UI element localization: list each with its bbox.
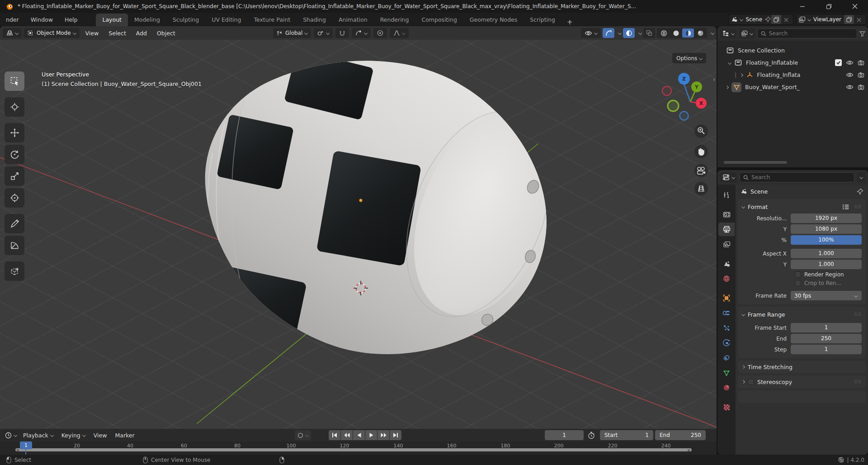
gizmo-z-neg-axis[interactable] <box>680 112 689 120</box>
xray-toggle[interactable] <box>643 28 655 38</box>
tab-layout[interactable]: Layout <box>96 14 128 26</box>
snap-toggle[interactable] <box>335 28 349 38</box>
shading-wireframe-button[interactable] <box>658 28 670 38</box>
tab-scripting[interactable]: Scripting <box>524 14 561 26</box>
time-stretching-panel[interactable]: Time Stretching <box>738 361 866 373</box>
buoy-object[interactable] <box>205 49 586 354</box>
tab-object[interactable] <box>718 291 735 305</box>
stereoscopy-checkbox[interactable] <box>748 379 754 385</box>
tool-rotate[interactable] <box>5 145 24 164</box>
sidebar-collapse-arrow[interactable]: ‹ <box>713 76 715 83</box>
gizmo-x-neg-axis[interactable] <box>662 86 671 95</box>
tab-tool[interactable] <box>718 188 735 202</box>
navigation-gizmo[interactable]: Z Y X <box>662 73 707 120</box>
render-camera-icon[interactable] <box>858 84 864 90</box>
current-frame-field[interactable]: 1 <box>545 430 584 440</box>
menu-help[interactable]: Help <box>59 16 84 23</box>
tab-material[interactable] <box>718 381 735 394</box>
resolution-x-field[interactable]: 1920 px <box>791 214 862 223</box>
object-menu[interactable]: Object <box>153 30 179 37</box>
pin-icon[interactable] <box>857 188 863 195</box>
select-menu[interactable]: Select <box>104 30 130 37</box>
jump-to-end-button[interactable] <box>390 430 401 440</box>
keying-menu[interactable]: Keying <box>57 432 90 439</box>
filter-funnel-icon[interactable] <box>859 31 865 37</box>
stopwatch-icon[interactable] <box>588 432 595 439</box>
proportional-edit-toggle[interactable] <box>373 28 387 38</box>
tab-modeling[interactable]: Modeling <box>128 14 166 26</box>
resolution-y-field[interactable]: 1080 px <box>791 224 862 234</box>
properties-search-input[interactable] <box>751 174 851 180</box>
tool-scale[interactable] <box>5 166 24 186</box>
tool-move[interactable] <box>5 123 24 142</box>
add-menu[interactable]: Add <box>132 30 151 37</box>
snap-target-selector[interactable] <box>352 28 371 38</box>
tab-world[interactable] <box>718 272 735 285</box>
properties-display-button[interactable] <box>720 172 737 182</box>
render-camera-icon[interactable] <box>858 60 864 66</box>
menu-render[interactable]: nder <box>0 16 25 23</box>
tab-geometry-nodes[interactable]: Geometry Nodes <box>463 14 524 26</box>
end-frame-field[interactable]: End250 <box>655 430 706 440</box>
playhead[interactable]: 1 <box>20 441 32 449</box>
pivot-point-selector[interactable] <box>314 28 333 38</box>
orthographic-view-button[interactable] <box>694 182 708 195</box>
format-title[interactable]: Format <box>748 204 768 210</box>
render-region-checkbox[interactable] <box>795 271 801 278</box>
shading-rendered-button[interactable] <box>694 28 706 38</box>
remove-viewlayer-button[interactable]: × <box>854 15 864 24</box>
next-keyframe-button[interactable] <box>377 430 389 440</box>
start-frame-field[interactable]: Start1 <box>600 430 653 440</box>
timeline-editor-type-button[interactable] <box>3 430 19 440</box>
render-camera-icon[interactable] <box>858 72 864 78</box>
minimize-button[interactable] <box>789 0 816 13</box>
timeline-view-menu[interactable]: View <box>90 432 111 439</box>
jump-to-start-button[interactable] <box>329 430 340 440</box>
breadcrumb-label[interactable]: Scene <box>750 188 768 195</box>
tab-view-layer[interactable] <box>718 237 735 251</box>
frame-end-field[interactable]: 250 <box>791 334 862 343</box>
row-scene-collection[interactable]: Scene Collection <box>717 44 868 57</box>
zoom-view-button[interactable] <box>694 124 708 138</box>
frame-rate-dropdown[interactable]: 30 fps <box>791 291 862 300</box>
tab-texture[interactable] <box>718 400 735 414</box>
menu-window[interactable]: Window <box>25 16 59 23</box>
new-scene-button[interactable] <box>771 15 781 24</box>
shading-material-preview-button[interactable] <box>682 28 694 38</box>
frame-range-collapse-chevron[interactable] <box>741 313 745 316</box>
frame-step-field[interactable]: 1 <box>791 345 862 354</box>
add-workspace-button[interactable]: + <box>561 18 578 26</box>
previous-keyframe-button[interactable] <box>341 430 353 440</box>
tab-object-data[interactable] <box>718 366 735 380</box>
crop-to-render-region-checkbox[interactable] <box>795 280 801 286</box>
transform-orientation-selector[interactable]: Global <box>273 28 311 38</box>
gizmo-y-neg-axis[interactable] <box>668 100 679 111</box>
close-button[interactable] <box>842 0 868 13</box>
hide-eye-icon[interactable] <box>846 84 854 90</box>
format-collapse-chevron[interactable] <box>741 205 745 209</box>
tab-compositing[interactable]: Compositing <box>415 14 463 26</box>
proportional-falloff-selector[interactable] <box>390 28 409 38</box>
tool-select-box[interactable] <box>5 71 24 91</box>
next-panel-partial[interactable] <box>738 390 866 403</box>
auto-keying-toggle[interactable] <box>295 430 311 440</box>
row-collection[interactable]: Floating_Inflatable <box>717 57 868 69</box>
unlink-scene-button[interactable]: × <box>781 15 791 24</box>
tab-shading[interactable]: Shading <box>297 14 332 26</box>
visibility-dropdown[interactable] <box>581 28 601 38</box>
playback-menu[interactable]: Playback <box>19 432 57 439</box>
aspect-x-field[interactable]: 1.000 <box>791 249 862 258</box>
frame-range-title[interactable]: Frame Range <box>748 311 785 318</box>
outliner-scrollbar[interactable] <box>724 161 787 164</box>
editor-type-button[interactable] <box>3 28 22 38</box>
viewport-3d[interactable]: Z Y X <box>0 40 717 429</box>
row-child-empty[interactable]: | Floating_Inflata <box>717 69 868 81</box>
tab-particles[interactable] <box>718 321 735 335</box>
tab-output[interactable] <box>718 223 735 236</box>
tool-cursor[interactable] <box>5 97 24 117</box>
timeline-horizontal-scrollbar[interactable] <box>15 448 692 451</box>
properties-search[interactable] <box>740 172 854 182</box>
tool-measure[interactable] <box>5 236 24 255</box>
mode-selector[interactable]: Object Mode <box>24 28 80 38</box>
pan-view-button[interactable] <box>694 145 708 158</box>
